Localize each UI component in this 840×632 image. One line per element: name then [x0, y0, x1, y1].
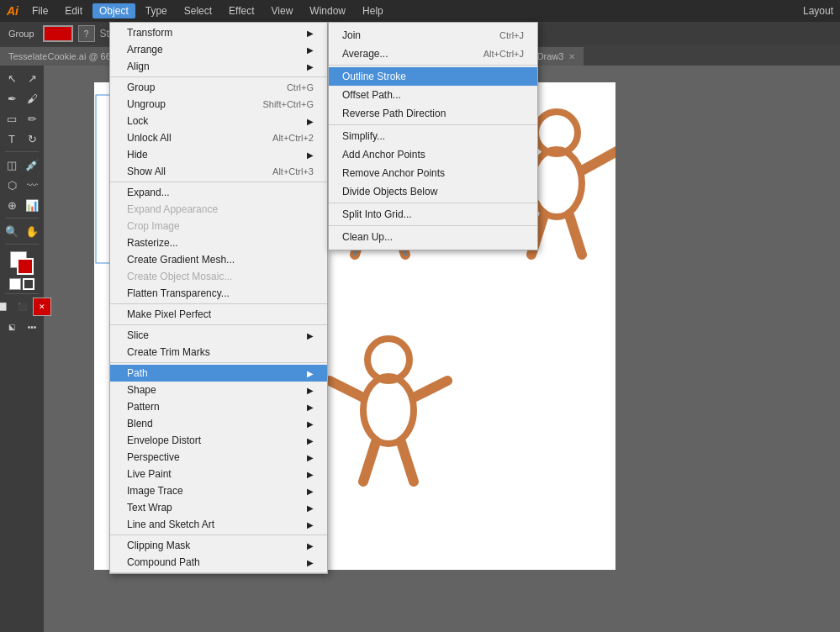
pen-tool[interactable]: ✒ [3, 89, 21, 108]
menu-view[interactable]: View [265, 3, 300, 18]
submenu-add-anchor[interactable]: Add Anchor Points [329, 145, 537, 164]
stroke-options[interactable]: ? [78, 25, 95, 42]
blend-tool[interactable]: ⬡ [3, 176, 21, 194]
screen-mode-3[interactable]: ✕ [33, 298, 51, 316]
stroke-color[interactable] [17, 258, 34, 275]
menu-trim-marks[interactable]: Create Trim Marks [110, 344, 327, 361]
menu-group[interactable]: Group Ctrl+G [110, 79, 327, 96]
menu-blend[interactable]: Blend ▶ [110, 415, 327, 432]
menu-section-5: Slice ▶ Create Trim Marks [110, 325, 327, 363]
hand-tool[interactable]: ✋ [23, 222, 41, 240]
menu-text-wrap[interactable]: Text Wrap ▶ [110, 499, 327, 516]
menu-rasterize[interactable]: Rasterize... [110, 234, 327, 251]
group-label: Group [5, 27, 38, 40]
tool-row-5: ◫ 💉 [3, 155, 41, 174]
menu-effect[interactable]: Effect [222, 3, 261, 18]
submenu-remove-anchor[interactable]: Remove Anchor Points [329, 164, 537, 182]
submenu-offset-path[interactable]: Offset Path... [329, 86, 537, 104]
pencil-tool[interactable]: ✏ [23, 109, 41, 128]
menu-object-mosaic[interactable]: Create Object Mosaic... [110, 268, 327, 285]
screen-mode-2[interactable]: ⬛ [13, 298, 31, 316]
tool-row-7: ⊕ 📊 [3, 196, 41, 214]
menu-unlock-all[interactable]: Unlock All Alt+Ctrl+2 [110, 129, 327, 146]
menu-compound-path[interactable]: Compound Path ▶ [110, 554, 327, 571]
tab-label: Draw3 [537, 51, 564, 61]
submenu-outline-stroke[interactable]: Outline Stroke [329, 67, 537, 86]
more-tools[interactable]: ••• [23, 318, 41, 336]
rect-tool[interactable]: ▭ [3, 109, 21, 128]
menu-image-trace[interactable]: Image Trace ▶ [110, 482, 327, 499]
submenu-average[interactable]: Average... Alt+Ctrl+J [329, 45, 537, 63]
submenu-simplify[interactable]: Simplify... [329, 127, 537, 145]
submenu-split-grid[interactable]: Split Into Grid... [329, 205, 537, 224]
menu-edit[interactable]: Edit [58, 3, 89, 18]
menu-expand-appearance[interactable]: Expand Appearance [110, 201, 327, 218]
menu-live-paint[interactable]: Live Paint ▶ [110, 466, 327, 482]
svg-line-47 [401, 442, 414, 482]
menu-bar: File Edit Object Type Select Effect View… [25, 3, 803, 18]
menu-envelope-distort[interactable]: Envelope Distort ▶ [110, 432, 327, 449]
menu-align[interactable]: Align ▶ [110, 58, 327, 75]
menu-help[interactable]: Help [356, 3, 390, 18]
menu-hide[interactable]: Hide ▶ [110, 146, 327, 163]
tool-row-9: ⬜ ⬛ ✕ [0, 298, 51, 316]
menu-section-6: Path ▶ Shape ▶ Pattern ▶ Blend ▶ Envelop… [110, 363, 327, 535]
zoom-tool[interactable]: 🔍 [3, 222, 21, 240]
menu-slice[interactable]: Slice ▶ [110, 327, 327, 344]
tab-close-4[interactable]: ✕ [568, 52, 575, 61]
menu-file[interactable]: File [25, 3, 55, 18]
symbol-tool[interactable]: ⊕ [3, 196, 21, 214]
submenu-join[interactable]: Join Ctrl+J [329, 26, 537, 45]
graph-tool[interactable]: 📊 [23, 196, 41, 214]
select-tool[interactable]: ↖ [3, 69, 21, 87]
svg-line-44 [330, 381, 363, 398]
menu-select[interactable]: Select [177, 3, 219, 18]
color-boxes [10, 251, 34, 275]
menu-perspective[interactable]: Perspective ▶ [110, 449, 327, 466]
svg-line-46 [363, 442, 376, 482]
type-tool[interactable]: T [3, 129, 21, 148]
menu-transform[interactable]: Transform ▶ [110, 24, 327, 41]
eyedropper-tool[interactable]: 💉 [23, 155, 41, 174]
menu-clipping-mask[interactable]: Clipping Mask ▶ [110, 537, 327, 554]
submenu-divider-2 [329, 124, 537, 125]
warp-tool[interactable]: 〰 [23, 176, 41, 194]
svg-line-32 [569, 215, 582, 255]
submenu-clean-up[interactable]: Clean Up... [329, 228, 537, 246]
stroke-color-indicator[interactable] [43, 25, 73, 42]
stroke-none[interactable] [23, 278, 34, 290]
submenu-divider-4 [329, 225, 537, 226]
submenu-reverse-path[interactable]: Reverse Path Direction [329, 104, 537, 123]
menu-path[interactable]: Path ▶ [110, 365, 327, 382]
menu-pattern[interactable]: Pattern ▶ [110, 398, 327, 415]
menu-section-7: Clipping Mask ▶ Compound Path ▶ [110, 535, 327, 573]
tool-row-4: T ↻ [3, 129, 41, 148]
svg-point-28 [531, 150, 582, 217]
screen-mode-1[interactable]: ⬜ [0, 298, 11, 316]
menu-lock[interactable]: Lock ▶ [110, 113, 327, 129]
submenu-divide-below[interactable]: Divide Objects Below [329, 182, 537, 201]
menu-arrange[interactable]: Arrange ▶ [110, 41, 327, 58]
menu-pixel-perfect[interactable]: Make Pixel Perfect [110, 306, 327, 323]
submenu-divider-3 [329, 203, 537, 203]
tool-row-6: ⬡ 〰 [3, 176, 41, 194]
menu-expand[interactable]: Expand... [110, 184, 327, 201]
fill-none[interactable] [9, 278, 21, 290]
artboard-tool[interactable]: ⬕ [3, 318, 21, 336]
menu-crop-image[interactable]: Crop Image [110, 218, 327, 234]
menu-gradient-mesh[interactable]: Create Gradient Mesh... [110, 251, 327, 268]
menu-shape[interactable]: Shape ▶ [110, 382, 327, 398]
tool-divider-2 [5, 218, 39, 219]
menu-object[interactable]: Object [92, 3, 135, 18]
title-bar: Ai File Edit Object Type Select Effect V… [0, 0, 840, 22]
menu-type[interactable]: Type [139, 3, 174, 18]
menu-flatten-transparency[interactable]: Flatten Transparency... [110, 285, 327, 302]
brush-tool[interactable]: 🖌 [23, 89, 41, 108]
menu-window[interactable]: Window [303, 3, 352, 18]
rotate-tool[interactable]: ↻ [23, 129, 41, 148]
menu-show-all[interactable]: Show All Alt+Ctrl+3 [110, 163, 327, 180]
direct-select-tool[interactable]: ↗ [23, 69, 41, 87]
menu-line-sketch[interactable]: Line and Sketch Art ▶ [110, 516, 327, 533]
gradient-tool[interactable]: ◫ [3, 155, 21, 174]
menu-ungroup[interactable]: Ungroup Shift+Ctrl+G [110, 96, 327, 113]
